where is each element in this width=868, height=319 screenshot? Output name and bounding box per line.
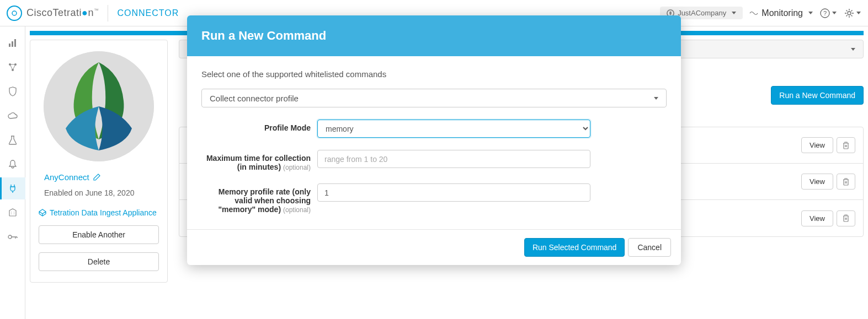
mem-rate-input[interactable] <box>317 183 590 202</box>
profile-mode-label: Profile Mode <box>201 120 317 132</box>
run-command-modal: Run a New Command Select one of the supp… <box>187 15 681 265</box>
modal-overlay: Run a New Command Select one of the supp… <box>0 0 868 319</box>
modal-footer: Run Selected Command Cancel <box>187 229 681 265</box>
max-time-label: Maximum time for collection (in minutes)… <box>201 150 317 171</box>
run-selected-command-button[interactable]: Run Selected Command <box>524 238 625 257</box>
command-select[interactable]: Collect connector profile <box>201 89 667 107</box>
max-time-input[interactable] <box>317 150 590 168</box>
modal-instruction: Select one of the supported whitelisted … <box>201 69 667 79</box>
mem-rate-label: Memory profile rate (only valid when cho… <box>201 183 317 214</box>
chevron-down-icon <box>654 97 658 100</box>
profile-mode-select[interactable]: memory <box>317 120 590 138</box>
modal-title: Run a New Command <box>187 15 681 56</box>
command-select-value: Collect connector profile <box>210 94 299 103</box>
cancel-button[interactable]: Cancel <box>628 238 671 257</box>
